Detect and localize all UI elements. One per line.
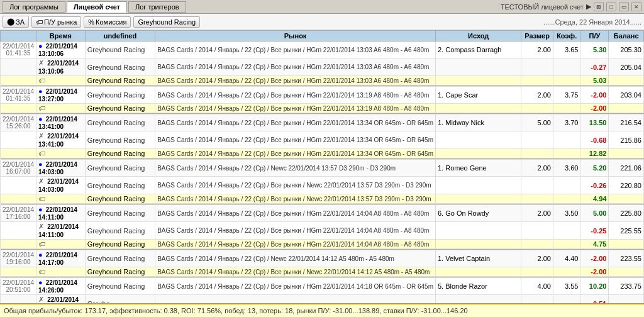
- table-row: ✗ 22/01/201414:26:00 Greyho... -0.51: [1, 295, 644, 304]
- cell-date-val: 22/01/201413:41:00: [38, 116, 77, 130]
- cell-balance: 205.30: [609, 42, 644, 58]
- cell-pu: -0.27: [580, 58, 609, 76]
- cell-coef: 3.70: [553, 114, 580, 131]
- cell-datetime: ✗ 22/01/201414:11:00: [36, 222, 86, 240]
- cell-balance: 225.55: [609, 222, 644, 240]
- tab-licevoy[interactable]: Лицевой счет: [67, 1, 127, 13]
- cell-name: Greyhound Racing: [85, 177, 155, 194]
- table-row: 🏷 Greyhound Racing BAGS Cards / 2014 / Я…: [1, 76, 644, 86]
- cell-size: 2.00: [521, 160, 553, 177]
- col-header-date-left: [1, 31, 36, 42]
- win-btn-2[interactable]: □: [606, 3, 616, 11]
- cell-size: [521, 76, 553, 86]
- table-row: ✗ 22/01/201413:10:06 Greyhound Racing BA…: [1, 58, 644, 76]
- cell-coef: 3.75: [553, 87, 580, 104]
- cell-size: [521, 177, 553, 194]
- cell-name: Greyhound Racing: [85, 222, 155, 240]
- cell-date-val: 22/01/201414:03:00: [38, 161, 77, 175]
- table-container[interactable]: Время undefined Рынок Исход Размер Коэф.…: [0, 30, 644, 303]
- tab-log-trig[interactable]: Лог триггеров: [128, 1, 186, 13]
- komissiya-button[interactable]: % Комиссия: [84, 16, 131, 28]
- cell-left-date: 22/01/201415:26:00: [1, 114, 36, 131]
- cell-outcome: [435, 131, 521, 149]
- table-row: 🏷 Greyhound Racing BAGS Cards / 2014 / Я…: [1, 240, 644, 249]
- cell-name: Greyhound Racing: [85, 278, 155, 295]
- cell-pu: 5.20: [580, 160, 609, 177]
- cell-market: BAGS Cards / 2014 / Январь / 22 (Ср) / В…: [155, 87, 436, 104]
- cell-market: BAGS Cards / 2014 / Январь / 22 (Ср) / В…: [155, 58, 436, 76]
- cell-datetime: ✗ 22/01/201413:10:06: [36, 58, 86, 76]
- col-header-size: Размер: [521, 31, 553, 42]
- cell-coef: [553, 222, 580, 240]
- cell-size: [521, 222, 553, 240]
- win-btn-1[interactable]: ⊠: [594, 3, 604, 11]
- cell-left-date: [1, 240, 36, 249]
- cell-pu: 4.75: [580, 240, 609, 249]
- cell-market: BAGS Cards / 2014 / Январь / 22 (Ср) / В…: [155, 104, 436, 113]
- cell-datetime: ● 22/01/201414:17:00: [36, 250, 86, 267]
- cell-coef: 3.55: [553, 278, 580, 295]
- cell-size: [521, 149, 553, 158]
- row-icon: 🏷: [38, 104, 45, 112]
- tab-log-prog[interactable]: Лог программы: [3, 1, 65, 13]
- za-button[interactable]: ⬤ ЗА: [3, 16, 29, 28]
- row-icon: 🏷: [38, 268, 45, 275]
- cell-date-val: 22/01/201414:26:00: [38, 279, 77, 294]
- row-icon: 🏷: [38, 195, 45, 203]
- row-icon: ✗: [38, 223, 44, 230]
- pu-rynka-button[interactable]: 🏷 П/У рынка: [31, 16, 81, 28]
- cell-name: Greyhound Racing: [85, 194, 155, 204]
- cell-datetime: ● 22/01/201413:27:00: [36, 87, 86, 104]
- row-icon: ●: [38, 42, 43, 50]
- cell-coef: 4.40: [553, 250, 580, 267]
- cell-coef: [553, 295, 580, 304]
- cell-left-date: [1, 222, 36, 240]
- col-header-balance: Баланс: [609, 31, 644, 42]
- cell-pu: 13.50: [580, 114, 609, 131]
- cell-balance: 215.86: [609, 131, 644, 149]
- cell-datetime: 🏷: [36, 149, 86, 158]
- date-display: ......Среда, 22 Января 2014......: [543, 18, 641, 26]
- toolbar: ⬤ ЗА 🏷 П/У рынка % Комиссия Greyhound Ra…: [0, 14, 644, 30]
- col-header-pu: П/У: [580, 31, 609, 42]
- cell-market: BAGS Cards / 2014 / Январь / 22 (Ср) / В…: [155, 278, 436, 295]
- cell-date-val: 22/01/201414:03:00: [38, 178, 79, 193]
- row-icon: ✗: [38, 132, 44, 140]
- cell-market: [155, 295, 436, 304]
- cell-date-val: 22/01/201413:41:00: [38, 133, 79, 148]
- cell-size: 2.00: [521, 87, 553, 104]
- cell-left-date: [1, 149, 36, 158]
- win-btn-4[interactable]: ✕: [631, 3, 641, 11]
- table-row: ✗ 22/01/201413:41:00 Greyhound Racing BA…: [1, 131, 644, 149]
- greyhound-button[interactable]: Greyhound Racing: [133, 16, 200, 28]
- cell-coef: 3.65: [553, 42, 580, 58]
- cell-size: [521, 240, 553, 249]
- cell-name: Greyhound Racing: [85, 131, 155, 149]
- row-icon: 🏷: [38, 240, 45, 248]
- arrow-right-icon: ▶: [586, 3, 591, 11]
- cell-coef: [553, 76, 580, 86]
- cell-name: Greyhound Racing: [85, 205, 155, 222]
- cell-name: Greyhound Racing: [85, 240, 155, 249]
- cell-coef: [553, 58, 580, 76]
- cell-pu: -0.26: [580, 177, 609, 194]
- win-btn-3[interactable]: ▭: [619, 3, 629, 11]
- cell-market: BAGS Cards / 2014 / Январь / 22 (Ср) / N…: [155, 250, 436, 267]
- cell-datetime: 🏷: [36, 240, 86, 249]
- cell-datetime: 🏷: [36, 76, 86, 86]
- table-row: ✗ 22/01/201414:11:00 Greyhound Racing BA…: [1, 222, 644, 240]
- cell-outcome: 1. Romeo Gene: [435, 160, 521, 177]
- cell-outcome: [435, 267, 521, 277]
- cell-left-date: 22/01/201417:16:00: [1, 205, 36, 222]
- cell-balance: 205.04: [609, 58, 644, 76]
- cell-outcome: [435, 177, 521, 194]
- cell-outcome: 1. Cape Scar: [435, 87, 521, 104]
- cell-market: BAGS Cards / 2014 / Январь / 22 (Ср) / В…: [155, 76, 436, 86]
- cell-balance: [609, 295, 644, 304]
- cell-name: Greyhound Racing: [85, 160, 155, 177]
- cell-market: BAGS Cards / 2014 / Январь / 22 (Ср) / В…: [155, 240, 436, 249]
- cell-pu: -0.68: [580, 131, 609, 149]
- cell-market: BAGS Cards / 2014 / Январь / 22 (Ср) / В…: [155, 177, 436, 194]
- cell-balance: [609, 76, 644, 86]
- cell-date-val: 22/01/201413:27:00: [38, 88, 77, 103]
